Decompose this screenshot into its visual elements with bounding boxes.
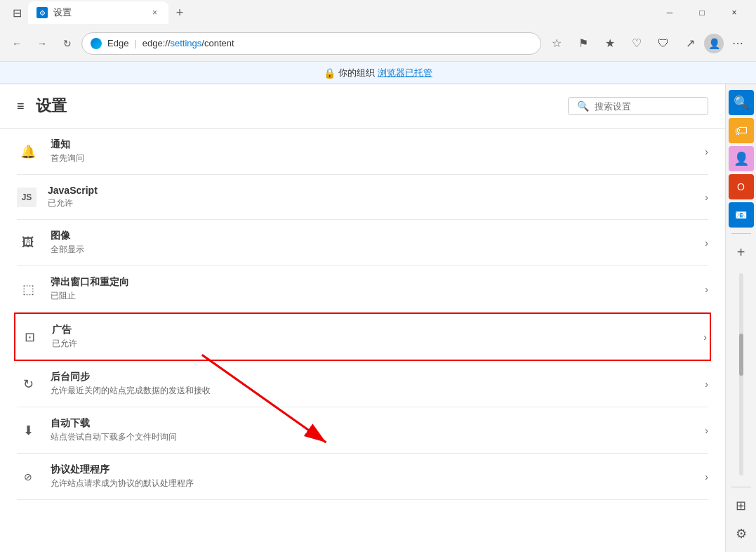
settings-search-box[interactable]: 🔍 — [568, 97, 708, 115]
item-subtitle: 允许最近关闭的站点完成数据的发送和接收 — [51, 385, 705, 397]
maximize-button[interactable]: □ — [686, 0, 718, 25]
item-text: 广告 已允许 — [52, 324, 703, 350]
copilot-icon[interactable]: ♡ — [624, 31, 649, 56]
ads-list-item[interactable]: ⊡ 广告 已允许 › — [14, 313, 711, 361]
hamburger-menu-icon[interactable]: ≡ — [17, 99, 25, 114]
forward-button[interactable]: → — [31, 32, 53, 55]
tab-title: 设置 — [53, 6, 72, 19]
item-text: 协议处理程序 允许站点请求成为协议的默认处理程序 — [51, 464, 705, 489]
sidebar-search-icon[interactable]: 🔍 — [729, 90, 754, 115]
back-button[interactable]: ← — [6, 32, 28, 55]
chevron-icon: › — [705, 146, 708, 157]
item-text: 自动下载 站点尝试自动下载多个文件时询问 — [51, 417, 705, 443]
profile-icon[interactable]: 👤 — [704, 34, 724, 53]
toolbar-icons: ☆ ⚑ ★ ♡ 🛡 ↗ 👤 ⋯ — [544, 31, 750, 56]
popup-icon: ⬚ — [17, 278, 39, 301]
protocol-icon: ⊘ — [17, 466, 39, 488]
list-item[interactable]: 🖼 图像 全部显示 › — [17, 220, 708, 266]
settings-page-title: 设置 — [36, 96, 67, 117]
ads-icon: ⊡ — [18, 326, 41, 348]
infobar-text-prefix: 你的组织 — [338, 67, 375, 79]
list-item[interactable]: JS JavaScript 已允许 › — [17, 175, 708, 220]
sidebar-divider — [731, 233, 751, 234]
sidebar-apps-icon[interactable]: ⊞ — [729, 493, 754, 518]
item-title: 协议处理程序 — [51, 464, 705, 476]
settings-search-input[interactable] — [595, 101, 699, 112]
edge-favicon — [91, 38, 102, 49]
list-item[interactable]: ⊘ 协议处理程序 允许站点请求成为协议的默认处理程序 › — [17, 454, 708, 500]
chevron-icon: › — [705, 192, 708, 203]
tab-close-button[interactable]: × — [150, 6, 160, 19]
sidebar-bottom: ⊞ ⚙ — [729, 484, 754, 546]
active-tab[interactable]: ⚙ 设置 × — [28, 1, 168, 24]
sidebar-settings-icon[interactable]: ⚙ — [729, 521, 754, 546]
image-icon: 🖼 — [17, 232, 39, 254]
managed-browser-infobar: 🔒 你的组织 浏览器已托管 — [0, 62, 756, 84]
search-icon: 🔍 — [577, 100, 589, 112]
chevron-icon: › — [705, 284, 708, 295]
item-subtitle: 已允许 — [52, 338, 703, 350]
chevron-icon: › — [705, 471, 708, 482]
chevron-icon: › — [705, 237, 708, 249]
chevron-icon: › — [705, 379, 708, 390]
infobar-link[interactable]: 浏览器已托管 — [378, 67, 432, 79]
list-item[interactable]: ⬚ 弹出窗口和重定向 已阻止 › — [17, 266, 708, 313]
item-text: 弹出窗口和重定向 已阻止 — [51, 276, 705, 302]
edge-label: Edge — [107, 38, 128, 48]
browser-essentials-icon[interactable]: 🛡 — [651, 31, 676, 56]
minimize-button[interactable]: ─ — [654, 0, 686, 25]
tab-favicon: ⚙ — [37, 7, 48, 18]
item-title: JavaScript — [48, 185, 705, 196]
refresh-button[interactable]: ↻ — [56, 32, 79, 55]
more-menu-button[interactable]: ⋯ — [725, 31, 750, 56]
item-title: 自动下载 — [51, 417, 705, 430]
item-title: 广告 — [52, 324, 703, 336]
item-text: JavaScript 已允许 — [48, 185, 705, 209]
right-sidebar: 🔍 🏷 👤 O 📧 + ⊞ ⚙ — [725, 84, 756, 552]
download-icon: ⬇ — [17, 419, 39, 442]
item-subtitle: 已允许 — [48, 197, 705, 209]
item-subtitle: 允许站点请求成为协议的默认处理程序 — [51, 478, 705, 489]
item-subtitle: 已阻止 — [51, 290, 705, 302]
sidebar-toggle-button[interactable]: ⊟ — [6, 1, 28, 24]
sidebar-scrollbar[interactable] — [739, 273, 743, 475]
list-item[interactable]: ↻ 后台同步 允许最近关闭的站点完成数据的发送和接收 › — [17, 361, 708, 407]
sidebar-shopping-icon[interactable]: 🏷 — [729, 118, 754, 143]
sidebar-scroll-thumb — [739, 334, 743, 376]
sidebar-office-icon[interactable]: O — [729, 174, 754, 199]
item-text: 后台同步 允许最近关闭的站点完成数据的发送和接收 — [51, 371, 705, 397]
collections-icon[interactable]: ⚑ — [571, 31, 596, 56]
address-bar[interactable]: Edge | edge://settings/content — [81, 32, 541, 55]
item-subtitle: 全部显示 — [51, 244, 705, 256]
tab-area: ⊟ ⚙ 设置 × + — [6, 1, 654, 24]
chevron-icon: › — [705, 425, 708, 436]
item-title: 通知 — [51, 138, 705, 151]
titlebar: ⊟ ⚙ 设置 × + ─ □ × — [0, 0, 756, 25]
sidebar-account-icon[interactable]: 👤 — [729, 146, 754, 171]
addressbar: ← → ↻ Edge | edge://settings/content ☆ ⚑… — [0, 25, 756, 62]
sync-icon: ↻ — [17, 373, 39, 395]
list-item[interactable]: ⬇ 自动下载 站点尝试自动下载多个文件时询问 › — [17, 407, 708, 454]
favorites-icon[interactable]: ★ — [597, 31, 623, 56]
item-title: 后台同步 — [51, 371, 705, 383]
url-settings: settings — [171, 38, 202, 48]
lock-icon: 🔒 — [324, 67, 336, 79]
chevron-icon: › — [703, 331, 707, 343]
star-icon[interactable]: ☆ — [544, 31, 569, 56]
new-tab-button[interactable]: + — [168, 1, 191, 24]
sidebar-outlook-icon[interactable]: 📧 — [729, 202, 754, 228]
settings-list: 🔔 通知 首先询问 › JS JavaScript 已允许 — [0, 129, 725, 500]
list-item[interactable]: 🔔 通知 首先询问 › — [17, 129, 708, 175]
window-controls: ─ □ × — [654, 0, 750, 25]
share-icon[interactable]: ↗ — [677, 31, 703, 56]
item-subtitle: 首先询问 — [51, 152, 705, 164]
item-text: 通知 首先询问 — [51, 138, 705, 164]
settings-page: ≡ 设置 🔍 🔔 通知 首先询问 › — [0, 84, 725, 552]
close-button[interactable]: × — [718, 0, 750, 25]
sidebar-add-button[interactable]: + — [729, 239, 754, 265]
item-text: 图像 全部显示 — [51, 230, 705, 256]
main-layout: ≡ 设置 🔍 🔔 通知 首先询问 › — [0, 84, 756, 552]
address-separator: | — [134, 38, 136, 48]
notification-icon: 🔔 — [17, 140, 39, 163]
item-title: 图像 — [51, 230, 705, 242]
